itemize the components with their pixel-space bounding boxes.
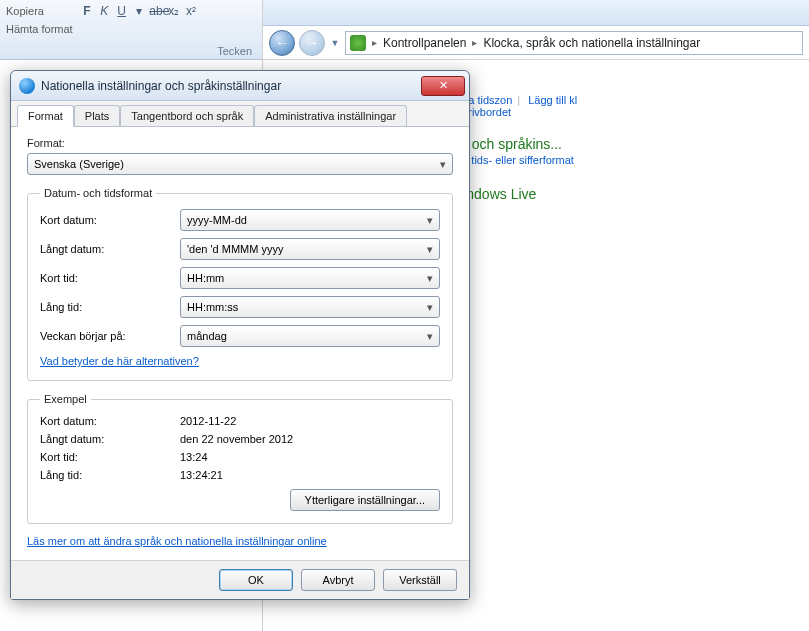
label-long-date: Långt datum: <box>40 243 180 255</box>
tab-location[interactable]: Plats <box>74 105 120 126</box>
datetime-format-legend: Datum- och tidsformat <box>40 187 156 199</box>
ribbon-background: Kopiera F K U ▾ abe x₂ x² Hämta format T… <box>0 0 262 60</box>
nav-back-button[interactable]: ← <box>269 30 295 56</box>
ok-button[interactable]: OK <box>219 569 293 591</box>
what-do-these-mean-link[interactable]: Vad betyder de här alternativen? <box>40 355 199 367</box>
region-dialog: Nationella inställningar och språkinstäl… <box>10 70 470 600</box>
tab-keyboards[interactable]: Tangentbord och språk <box>120 105 254 126</box>
control-panel-icon <box>350 35 366 51</box>
ex-long-date: den 22 november 2012 <box>180 433 293 445</box>
cancel-button[interactable]: Avbryt <box>301 569 375 591</box>
format-label: Format: <box>27 137 453 149</box>
select-week-start[interactable]: måndag <box>180 325 440 347</box>
example-legend: Exempel <box>40 393 91 405</box>
ribbon-getformat[interactable]: Hämta format <box>6 23 73 35</box>
label-short-time: Kort tid: <box>40 272 180 284</box>
select-short-date[interactable]: yyyy-MM-dd <box>180 209 440 231</box>
dialog-footer: OK Avbryt Verkställ <box>11 560 469 599</box>
link-add-clock[interactable]: Lägg till kl <box>528 94 577 106</box>
label-long-time: Lång tid: <box>40 301 180 313</box>
dialog-tabs: Format Plats Tangentbord och språk Admin… <box>11 101 469 127</box>
dialog-title: Nationella inställningar och språkinstäl… <box>41 79 415 93</box>
label-short-date: Kort datum: <box>40 214 180 226</box>
ribbon-section: Tecken <box>217 45 252 57</box>
ex-short-date: 2012-11-22 <box>180 415 236 427</box>
format-select[interactable]: Svenska (Sverige) <box>27 153 453 175</box>
nav-forward-button[interactable]: → <box>299 30 325 56</box>
datetime-format-group: Datum- och tidsformat Kort datum: yyyy-M… <box>27 187 453 381</box>
breadcrumb-cp[interactable]: Kontrollpanelen <box>383 36 466 50</box>
ex-short-time: 13:24 <box>180 451 208 463</box>
dialog-titlebar[interactable]: Nationella inställningar och språkinstäl… <box>11 71 469 101</box>
tab-format[interactable]: Format <box>17 105 74 127</box>
select-long-date[interactable]: 'den 'd MMMM yyyy <box>180 238 440 260</box>
close-button[interactable]: ✕ <box>421 76 465 96</box>
label-week-start: Veckan börjar på: <box>40 330 180 342</box>
example-group: Exempel Kort datum:2012-11-22 Långt datu… <box>27 393 453 524</box>
explorer-titlebar <box>263 0 809 26</box>
explorer-address-area: ← → ▼ ▸ Kontrollpanelen ▸ Klocka, språk … <box>263 26 809 60</box>
ribbon-copy[interactable]: Kopiera <box>6 5 44 17</box>
additional-settings-button[interactable]: Ytterligare inställningar... <box>290 489 440 511</box>
apply-button[interactable]: Verkställ <box>383 569 457 591</box>
tab-administrative[interactable]: Administrativa inställningar <box>254 105 407 126</box>
select-long-time[interactable]: HH:mm:ss <box>180 296 440 318</box>
breadcrumb-clock[interactable]: Klocka, språk och nationella inställning… <box>483 36 700 50</box>
address-bar[interactable]: ▸ Kontrollpanelen ▸ Klocka, språk och na… <box>345 31 803 55</box>
learn-more-link[interactable]: Läs mer om att ändra språk och nationell… <box>27 535 327 547</box>
ex-long-time: 13:24:21 <box>180 469 223 481</box>
globe-icon-small <box>19 78 35 94</box>
select-short-time[interactable]: HH:mm <box>180 267 440 289</box>
nav-history-dropdown[interactable]: ▼ <box>329 30 341 56</box>
